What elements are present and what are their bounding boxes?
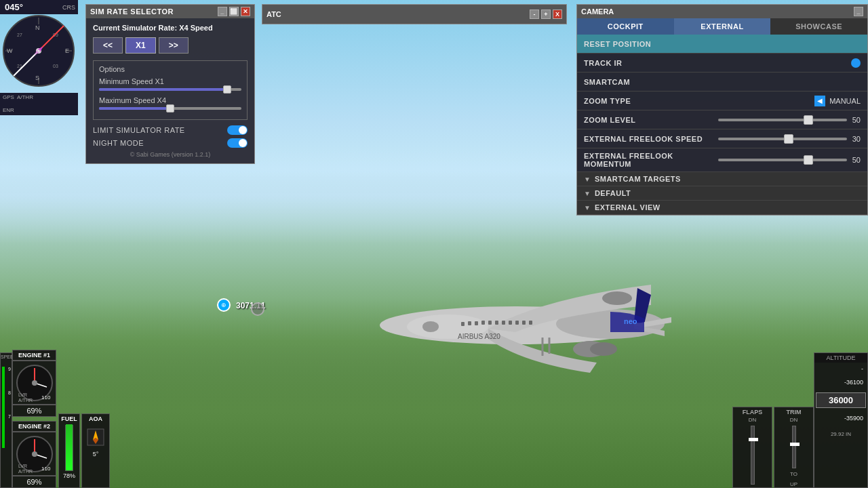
svg-point-6 (422, 321, 439, 332)
waypoint-marker: ⊕ 3071.11 (217, 298, 265, 312)
zoom-type-indicator[interactable]: ◀ (814, 96, 825, 106)
svg-rect-8 (468, 321, 471, 325)
compass-enr: ENR (3, 107, 14, 113)
options-section: Options Minimum Speed X1 Maximum Speed X… (93, 60, 248, 120)
night-mode-label: NIGHT MODE (93, 139, 144, 147)
flaps-label: FLAPS (741, 407, 764, 417)
min-speed-label: Minimum Speed X1 (99, 77, 241, 85)
svg-text:A/THR: A/THR (18, 398, 33, 403)
engine1-gauge: LVR A/THR 110 (12, 361, 56, 405)
engine1-percent: 69% (12, 405, 56, 417)
waypoint-circle: ⊕ (217, 298, 231, 312)
zoom-level-value: 50 (852, 116, 861, 124)
engine2-title: ENGINE #2 (12, 421, 56, 432)
compass-heading: 045° (3, 1, 25, 13)
svg-point-4 (590, 342, 617, 356)
reset-position-label: RESET POSITION (584, 40, 861, 48)
min-speed-slider[interactable] (99, 88, 241, 91)
fuel-label: FUEL (59, 414, 79, 424)
sim-rate-minimize-btn[interactable]: _ (218, 7, 227, 16)
external-view-header[interactable]: ▼ EXTERNAL VIEW (577, 201, 867, 215)
sim-rate-close-btn[interactable]: ✕ (241, 7, 250, 16)
atc-title: ATC (267, 10, 281, 18)
ext-freelook-speed-value: 30 (852, 135, 861, 143)
camera-panel: CAMERA _ COCKPIT EXTERNAL SHOWCASE RESET… (576, 4, 868, 216)
svg-point-41 (32, 380, 37, 386)
limit-simulator-toggle[interactable] (227, 125, 248, 135)
camera-tabs: COCKPIT EXTERNAL SHOWCASE (577, 18, 867, 35)
night-mode-toggle[interactable] (227, 138, 248, 148)
tab-external[interactable]: EXTERNAL (674, 18, 771, 35)
flaps-trim-panel: FLAPS DN TRIM DN TO UP (732, 407, 814, 488)
fuel-bar (66, 424, 73, 470)
baro-value: 29.92 IN (814, 430, 867, 439)
svg-rect-10 (481, 321, 485, 325)
speed-value-9: 9 (8, 367, 11, 371)
svg-text:110: 110 (41, 394, 51, 401)
altitude-values: - -36100 36000 -35900 (814, 363, 867, 424)
speed-increase-btn[interactable]: >> (159, 37, 189, 54)
camera-title: CAMERA (581, 7, 614, 16)
default-chevron: ▼ (584, 190, 591, 197)
speed-label: SPEED (1, 353, 12, 359)
svg-text:W: W (7, 47, 13, 54)
svg-rect-14 (509, 321, 512, 325)
min-speed-row: Minimum Speed X1 (99, 77, 241, 91)
svg-rect-16 (522, 321, 526, 325)
trim-slider[interactable] (792, 426, 796, 468)
speed-buttons: << X1 >> (93, 37, 248, 54)
tab-showcase[interactable]: SHOWCASE (770, 18, 867, 35)
atc-plus-btn[interactable]: + (541, 9, 551, 19)
ext-freelook-momentum-slider[interactable] (718, 159, 847, 161)
nav-instrument: 045° CRS N S E W 27 09 21 03 (0, 0, 78, 122)
smartcam-targets-chevron: ▼ (584, 176, 591, 183)
aoa-indicator (86, 428, 105, 447)
speed-green-bar (2, 367, 5, 448)
svg-rect-17 (529, 321, 532, 325)
speed-value-7: 7 (8, 414, 11, 419)
atc-close-btn[interactable]: X (553, 9, 562, 19)
engine1-title: ENGINE #1 (12, 350, 56, 361)
altitude-36100: -36100 (816, 379, 866, 386)
svg-text:E: E (65, 47, 69, 54)
default-label: DEFAULT (595, 189, 631, 197)
external-view-label: EXTERNAL VIEW (595, 203, 660, 211)
atc-titlebar: ATC - + X (262, 5, 566, 24)
svg-text:110: 110 (41, 466, 51, 472)
zoom-level-row: ZOOM LEVEL 50 (577, 110, 867, 129)
track-ir-label: TRACK IR (584, 59, 851, 67)
aoa-value: 5° (82, 451, 109, 458)
trim-sub2: TO (790, 471, 797, 477)
engine2-gauge: LVR A/THR 110 (12, 432, 56, 476)
max-speed-slider[interactable] (99, 107, 241, 110)
zoom-level-slider[interactable] (718, 119, 847, 121)
reset-position-row[interactable]: RESET POSITION (577, 35, 867, 54)
camera-minimize-btn[interactable]: _ (854, 7, 863, 16)
sim-rate-restore-btn[interactable]: ⬜ (229, 7, 239, 16)
altitude-val-36100: - (816, 365, 866, 372)
svg-text:LVR: LVR (18, 464, 27, 468)
ext-freelook-speed-slider-container (718, 138, 847, 140)
speed-value-8: 8 (8, 390, 11, 395)
atc-minus-btn[interactable]: - (530, 9, 539, 19)
svg-rect-9 (475, 321, 478, 325)
aoa-panel: AOA 5° (81, 413, 110, 488)
engine2-panel: ENGINE #2 LVR A/THR 110 69% (12, 421, 56, 488)
speed-decrease-btn[interactable]: << (93, 37, 123, 54)
flaps-slider[interactable] (751, 426, 755, 485)
svg-point-46 (32, 451, 37, 457)
compass-gps: GPS (3, 94, 14, 100)
ext-freelook-speed-slider[interactable] (718, 138, 847, 140)
svg-text:N: N (35, 24, 40, 31)
speed-tape: SPEED 9 8 7 (0, 352, 12, 488)
speed-x1-btn[interactable]: X1 (125, 37, 156, 54)
default-header[interactable]: ▼ DEFAULT (577, 186, 867, 201)
tab-cockpit[interactable]: COCKPIT (577, 18, 674, 35)
trim-sub3: UP (790, 481, 797, 487)
camera-titlebar: CAMERA _ (577, 5, 867, 18)
smartcam-label: SMARTCAM (584, 78, 861, 86)
smartcam-targets-header[interactable]: ▼ SMARTCAM TARGETS (577, 172, 867, 186)
track-ir-indicator (851, 58, 861, 68)
current-rate-value: X4 Speed (179, 24, 213, 32)
zoom-level-label: ZOOM LEVEL (584, 116, 713, 124)
